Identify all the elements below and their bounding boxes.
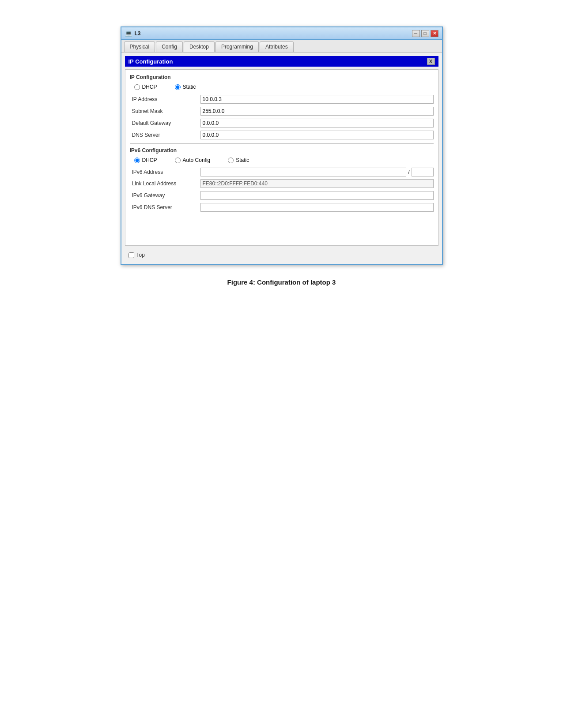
ipv6-gateway-label: IPv6 Gateway — [130, 192, 200, 199]
ip-type-radio-row: DHCP Static — [130, 84, 434, 90]
ipv6-auto-label: Auto Config — [183, 157, 211, 163]
content-area: IP Configuration DHCP Static IP Address — [125, 69, 438, 246]
ipv6-auto-option: Auto Config — [175, 157, 211, 163]
ipv6-dns-server-label: IPv6 DNS Server — [130, 204, 200, 210]
tabs-bar: Physical Config Desktop Programming Attr… — [121, 40, 442, 53]
tab-config[interactable]: Config — [156, 41, 183, 52]
subnet-mask-label: Subnet Mask — [130, 108, 200, 114]
ipv6-dns-server-input[interactable] — [200, 203, 434, 212]
top-checkbox[interactable] — [128, 252, 134, 258]
restore-button[interactable]: □ — [421, 30, 429, 37]
window-body: IP Configuration X IP Configuration DHCP… — [121, 53, 442, 264]
window: 💻 L3 ─ □ ✕ Physical Config Desktop Progr… — [121, 26, 443, 265]
laptop-icon: 💻 — [125, 30, 132, 37]
tab-programming[interactable]: Programming — [215, 41, 259, 52]
top-checkbox-label: Top — [128, 252, 145, 258]
tab-physical[interactable]: Physical — [124, 41, 155, 52]
title-bar: 💻 L3 ─ □ ✕ — [121, 27, 442, 40]
top-label: Top — [136, 252, 145, 258]
section-divider — [130, 143, 434, 144]
link-local-address-input — [200, 179, 434, 188]
ipv6-gateway-row: IPv6 Gateway — [130, 191, 434, 200]
subnet-mask-row: Subnet Mask — [130, 106, 434, 116]
ipv6-address-input[interactable] — [200, 168, 406, 176]
ipv6-static-label: Static — [236, 157, 249, 163]
subnet-mask-input[interactable] — [200, 107, 434, 116]
ip-address-input[interactable] — [200, 95, 434, 104]
static-option: Static — [175, 84, 196, 90]
dns-server-row: DNS Server — [130, 130, 434, 140]
figure-caption: Figure 4: Configuration of laptop 3 — [227, 278, 336, 286]
default-gateway-input[interactable] — [200, 119, 434, 128]
title-bar-controls: ─ □ ✕ — [412, 30, 438, 37]
link-local-address-row: Link Local Address — [130, 179, 434, 188]
ip-address-label: IP Address — [130, 96, 200, 102]
ipv6-radio-row: DHCP Auto Config Static — [130, 157, 434, 163]
default-gateway-label: Default Gateway — [130, 120, 200, 126]
dns-server-label: DNS Server — [130, 132, 200, 138]
ipv6-static-option: Static — [228, 157, 249, 163]
tab-attributes[interactable]: Attributes — [260, 41, 294, 52]
content-spacer — [130, 214, 434, 241]
slash-divider: / — [408, 169, 410, 176]
dns-server-input[interactable] — [200, 131, 434, 139]
ipv6-static-radio[interactable] — [228, 158, 234, 163]
ipv6-dns-server-row: IPv6 DNS Server — [130, 203, 434, 212]
ipv6-gateway-input[interactable] — [200, 191, 434, 200]
ipv6-dhcp-option: DHCP — [134, 157, 157, 163]
ipv6-address-label: IPv6 Address — [130, 169, 200, 175]
title-bar-left: 💻 L3 — [125, 30, 141, 37]
window-title: L3 — [135, 30, 141, 37]
dhcp-option: DHCP — [134, 84, 157, 90]
static-label: Static — [183, 84, 196, 90]
ip-address-row: IP Address — [130, 94, 434, 104]
ipv6-auto-radio[interactable] — [175, 158, 181, 163]
default-gateway-row: Default Gateway — [130, 118, 434, 128]
bottom-bar: Top — [125, 249, 438, 261]
ip-config-header: IP Configuration X — [125, 56, 438, 67]
ip-config-section-title: IP Configuration — [130, 74, 434, 80]
minimize-button[interactable]: ─ — [412, 30, 420, 37]
ipv6-dhcp-radio[interactable] — [134, 158, 140, 163]
ip-config-header-title: IP Configuration — [128, 58, 173, 65]
ipv6-prefix-input[interactable] — [412, 168, 434, 176]
tab-desktop[interactable]: Desktop — [184, 41, 215, 52]
link-local-address-label: Link Local Address — [130, 180, 200, 187]
ipv6-address-row: IPv6 Address / — [130, 168, 434, 176]
ipv6-section-title: IPv6 Configuration — [130, 147, 434, 154]
dhcp-radio[interactable] — [134, 84, 140, 90]
ipv6-address-inputs: / — [200, 168, 434, 176]
dhcp-label: DHCP — [142, 84, 157, 90]
ip-config-close-button[interactable]: X — [427, 58, 435, 65]
static-radio[interactable] — [175, 84, 181, 90]
ipv6-dhcp-label: DHCP — [142, 157, 157, 163]
window-close-button[interactable]: ✕ — [431, 30, 438, 37]
